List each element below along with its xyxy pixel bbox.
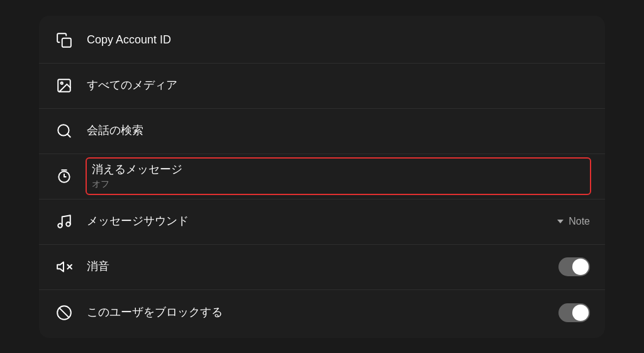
copy-icon: [54, 32, 74, 48]
sound-icon: [54, 213, 74, 230]
chevron-down-icon: [557, 220, 564, 223]
menu-item-search[interactable]: 会話の検索: [39, 109, 605, 154]
menu-container: Copy Account ID すべてのメディア 会話の検索: [39, 16, 605, 338]
menu-item-block-user[interactable]: このユーザをブロックする: [39, 290, 605, 335]
menu-text-disappearing: 消えるメッセージ オフ: [87, 159, 590, 193]
mute-icon: [54, 259, 74, 275]
svg-line-4: [67, 134, 70, 137]
menu-label-disappearing: 消えるメッセージ: [92, 162, 585, 177]
menu-text-all-media: すべてのメディア: [87, 78, 590, 92]
menu-label-copy-account-id: Copy Account ID: [87, 33, 590, 47]
menu-item-mute[interactable]: 消音: [39, 245, 605, 290]
menu-text-message-sound: メッセージサウンド: [87, 214, 557, 228]
menu-text-mute: 消音: [87, 259, 558, 274]
menu-sublabel-disappearing: オフ: [92, 179, 585, 190]
menu-label-block: このユーザをブロックする: [87, 305, 558, 320]
menu-item-copy-account-id[interactable]: Copy Account ID: [39, 18, 605, 64]
svg-rect-0: [62, 38, 71, 47]
menu-label-mute: 消音: [87, 259, 558, 274]
search-icon: [54, 123, 74, 139]
svg-point-6: [58, 223, 62, 228]
menu-right-note: Note: [557, 216, 590, 227]
block-icon: [54, 305, 74, 321]
menu-text-search: 会話の検索: [87, 123, 590, 138]
menu-right-mute-toggle: [558, 257, 590, 276]
menu-label-message-sound: メッセージサウンド: [87, 214, 557, 228]
menu-item-all-media[interactable]: すべてのメディア: [39, 64, 605, 109]
menu-text-copy-account-id: Copy Account ID: [87, 33, 590, 47]
mute-toggle[interactable]: [558, 257, 590, 276]
timer-icon: [54, 168, 74, 184]
svg-point-2: [61, 82, 63, 84]
svg-point-7: [66, 222, 70, 227]
menu-right-block-toggle: [558, 303, 590, 322]
block-toggle[interactable]: [558, 303, 590, 322]
menu-label-search: 会話の検索: [87, 123, 590, 138]
menu-text-block: このユーザをブロックする: [87, 305, 558, 320]
menu-item-message-sound[interactable]: メッセージサウンド Note: [39, 199, 605, 245]
svg-marker-8: [57, 262, 64, 271]
note-label: Note: [569, 216, 590, 227]
media-icon: [54, 77, 74, 94]
svg-line-12: [59, 308, 69, 317]
menu-label-all-media: すべてのメディア: [87, 78, 590, 92]
menu-item-disappearing-messages[interactable]: 消えるメッセージ オフ: [39, 154, 605, 199]
